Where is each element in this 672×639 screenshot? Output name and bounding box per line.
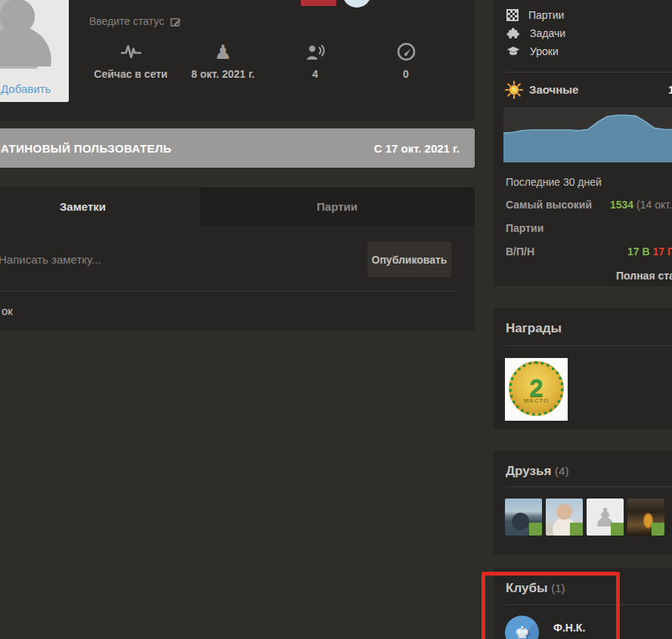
games-count-label: Партии: [506, 222, 543, 234]
daily-rating-value: 1: [668, 83, 672, 96]
pawn-icon: ♟: [176, 39, 270, 62]
friend-avatar[interactable]: [627, 499, 664, 536]
sidebar-item-lessons[interactable]: Уроки: [506, 42, 672, 60]
friend-avatar[interactable]: [505, 499, 542, 536]
awards-panel: Награды 2 МЕСТО: [494, 308, 672, 429]
annotation-rectangle: [482, 572, 620, 639]
full-stats-link[interactable]: Полная статистика: [616, 270, 672, 282]
stat-friends: 4: [268, 39, 362, 80]
daily-chess-label: Заочные: [529, 83, 578, 96]
pulse-icon: [84, 39, 178, 62]
edit-status-icon[interactable]: [170, 16, 181, 27]
country-flag-icon: [301, 0, 336, 6]
online-badge: [611, 523, 624, 536]
sidebar-divider: [505, 72, 672, 73]
highest-rating-label: Самый высокий: [506, 199, 592, 211]
awards-divider: [505, 345, 672, 346]
sidebar-item-label: Задачи: [530, 27, 565, 39]
pawn-avatar-icon: ♟: [0, 0, 68, 84]
stat-online: Сейчас в сети: [84, 39, 178, 80]
profile-avatar[interactable]: ♟ Добавить: [0, 0, 69, 102]
add-photo-link[interactable]: Добавить: [1, 82, 51, 95]
friends-row: ♟: [505, 499, 664, 536]
highest-rating-value: 1534 (14 окт. 2021 г.): [610, 199, 672, 211]
note-input[interactable]: Написать заметку...: [0, 253, 101, 266]
sidebar-item-puzzles[interactable]: Задачи: [506, 24, 672, 42]
page-title-username: kiddies0t5natale: [89, 0, 277, 5]
sidebar-stats-panel: Партии Задачи Уроки: [494, 0, 672, 286]
tab-games[interactable]: Партии: [200, 187, 475, 227]
rating-sparkline: [503, 107, 672, 162]
chessboard-icon: [506, 9, 519, 21]
gauge-icon: [359, 39, 453, 62]
awards-title: Награды: [506, 321, 562, 336]
membership-banner: ПЛАТИНОВЫЙ ПОЛЬЗОВАТЕЛЬ С 17 окт. 2021 г…: [0, 128, 475, 168]
notes-divider: [0, 291, 458, 292]
wld-values: 17 В 17 П 1 Н: [627, 245, 672, 258]
profile-badge-icon: [342, 0, 371, 8]
online-badge: [652, 523, 664, 536]
online-badge: [529, 523, 542, 536]
stat-points: 0: [359, 39, 453, 80]
tab-notes[interactable]: Заметки: [0, 187, 200, 227]
stat-points-count: 0: [359, 68, 453, 80]
stat-friends-count: 4: [268, 68, 362, 80]
note-item: ок: [2, 304, 13, 317]
stat-online-label: Сейчас в сети: [84, 68, 178, 80]
graduation-cap-icon: [506, 45, 520, 58]
friend-avatar[interactable]: ♟: [587, 499, 624, 536]
stats-period-label: Последние 30 дней: [506, 176, 602, 188]
notes-panel: Заметки Партии Написать заметку... Опубл…: [0, 187, 475, 331]
online-badge: [570, 523, 583, 536]
medal-caption: МЕСТО: [512, 397, 561, 404]
daily-chess-row[interactable]: Заочные 1: [505, 80, 672, 103]
sidebar-item-label: Партии: [528, 9, 564, 21]
friends-divider: [505, 486, 672, 487]
sidebar-item-label: Уроки: [530, 45, 559, 57]
friends-title: Друзья (4): [506, 464, 568, 479]
medal-ring: 2 МЕСТО: [509, 361, 564, 416]
profile-page: ♟ Добавить kiddies0t5natale Введите стат…: [0, 0, 672, 639]
stat-joined: ♟ 8 окт. 2021 г.: [176, 39, 270, 80]
members-icon: [268, 39, 362, 62]
sidebar-item-games[interactable]: Партии: [506, 6, 672, 24]
membership-title: ПЛАТИНОВЫЙ ПОЛЬЗОВАТЕЛЬ: [0, 142, 172, 155]
friends-panel: Друзья (4) ♟: [494, 451, 672, 555]
wld-label: В/П/Н: [506, 245, 534, 258]
status-input[interactable]: Введите статус: [89, 15, 181, 27]
stat-joined-label: 8 окт. 2021 г.: [176, 68, 270, 80]
sun-icon: [505, 81, 523, 99]
friend-avatar[interactable]: [546, 499, 583, 536]
puzzle-icon: [506, 26, 520, 40]
award-medal-2nd-place[interactable]: 2 МЕСТО: [505, 358, 568, 421]
status-placeholder: Введите статус: [89, 15, 164, 27]
membership-since: С 17 окт. 2021 г.: [374, 142, 460, 155]
friends-count: (4): [555, 465, 568, 477]
profile-header-panel: ♟ Добавить kiddies0t5natale Введите стат…: [0, 0, 475, 121]
publish-button[interactable]: Опубликовать: [367, 242, 451, 277]
